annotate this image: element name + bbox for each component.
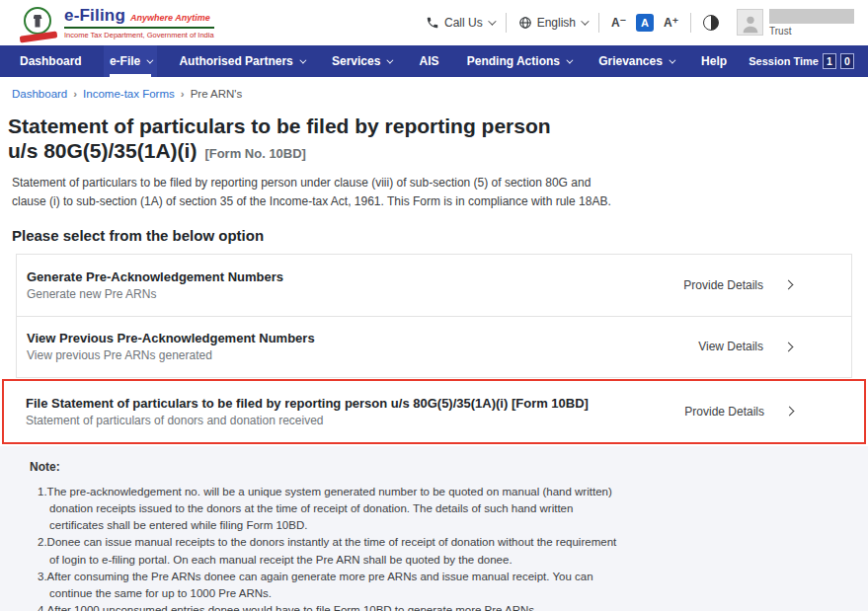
breadcrumb-dashboard[interactable]: Dashboard [12, 88, 83, 100]
note-item: Donee can issue manual receipts to the d… [49, 534, 624, 569]
top-header: e-Filing Anywhere Anytime Income Tax Dep… [0, 0, 868, 45]
action-label: Provide Details [683, 278, 763, 292]
call-us-label: Call Us [444, 16, 483, 30]
chevron-down-icon [387, 56, 394, 63]
chevron-down-icon [566, 56, 573, 63]
option-text: File Statement of particulars to be file… [26, 396, 589, 427]
page-title: Statement of particulars to be filed by … [8, 114, 856, 163]
note-item: After 1000 unconsumed entries donee woul… [49, 602, 624, 611]
nav-label: AIS [420, 54, 439, 68]
nav-item-help[interactable]: Help [695, 45, 733, 77]
form-number: [Form No. 10BD] [204, 146, 306, 162]
option-subtitle: View previous Pre ARNs generated [27, 348, 315, 362]
options-list: Generate Pre-Acknowledgement Numbers Gen… [16, 254, 852, 378]
page-title-line2: u/s 80G(5)/35(1A)(i) [8, 138, 197, 163]
nav-item-services[interactable]: Services [326, 45, 397, 77]
nav-label: Grievances [598, 54, 663, 68]
nav-item-ais[interactable]: AIS [414, 45, 445, 77]
option-subtitle: Statement of particulars of donors and d… [26, 414, 589, 427]
divider [690, 13, 691, 33]
logo-text: e-Filing Anywhere Anytime Income Tax Dep… [64, 6, 214, 39]
nav-label: Services [332, 54, 380, 68]
language-label: English [537, 16, 576, 30]
brand-name: e-Filing [64, 6, 125, 26]
main-nav: Dashboard e-File Authorised Partners Ser… [0, 45, 868, 77]
page-title-line1: Statement of particulars to be filed by … [8, 114, 856, 138]
globe-icon [518, 16, 532, 30]
call-us-dropdown[interactable]: Call Us [426, 16, 494, 30]
note-item: After consuming the Pre ARNs donee can a… [49, 569, 624, 603]
chevron-right-icon [785, 407, 795, 417]
option-generate-pre-arn[interactable]: Generate Pre-Acknowledgement Numbers Gen… [17, 255, 851, 316]
font-size-controls: A⁻ A A⁺ [611, 14, 678, 32]
provide-details-link[interactable]: Provide Details [683, 278, 792, 292]
divider [506, 13, 507, 33]
option-title: File Statement of particulars to be file… [26, 396, 589, 411]
page-description: Statement of particulars to be filed by … [8, 174, 625, 210]
note-list: The pre-acknowledgement no. will be a un… [30, 484, 868, 611]
chevron-right-icon [784, 280, 794, 290]
font-decrease-button[interactable]: A⁻ [611, 16, 626, 30]
user-profile[interactable]: Trust [737, 9, 854, 37]
note-section: Note: The pre-acknowledgement no. will b… [0, 446, 868, 611]
national-emblem-icon [24, 7, 55, 38]
avatar [737, 9, 763, 36]
font-default-button[interactable]: A [636, 14, 654, 32]
user-name-redacted [769, 9, 854, 24]
nav-item-pending-actions[interactable]: Pending Actions [461, 45, 577, 77]
select-option-heading: Please select from the below option [8, 227, 856, 244]
session-timer: Session Time 1 0 [749, 45, 854, 77]
brand-tagline: Anywhere Anytime [130, 13, 210, 23]
logo-subtitle: Income Tax Department, Government of Ind… [64, 31, 214, 39]
chevron-down-icon [581, 17, 589, 25]
content-area: Dashboard Income-tax Forms Pre ARN's Sta… [0, 77, 868, 446]
user-role: Trust [769, 26, 854, 37]
phone-icon [426, 16, 439, 30]
nav-item-dashboard[interactable]: Dashboard [14, 45, 88, 77]
chevron-down-icon [669, 56, 675, 63]
font-increase-button[interactable]: A⁺ [664, 16, 678, 30]
divider [598, 13, 599, 33]
language-dropdown[interactable]: English [518, 16, 587, 30]
session-digit: 0 [840, 53, 854, 69]
option-file-form-10bd[interactable]: File Statement of particulars to be file… [4, 381, 864, 442]
efiling-portal: e-Filing Anywhere Anytime Income Tax Dep… [0, 0, 868, 611]
chevron-down-icon [488, 17, 496, 25]
breadcrumb: Dashboard Income-tax Forms Pre ARN's [0, 77, 868, 104]
breadcrumb-income-tax-forms[interactable]: Income-tax Forms [83, 88, 191, 100]
session-digit: 1 [823, 53, 836, 69]
note-heading: Note: [30, 460, 868, 474]
chevron-down-icon [147, 56, 154, 63]
nav-item-grievances[interactable]: Grievances [592, 45, 679, 77]
option-title: View Previous Pre-Acknowledgement Number… [27, 331, 315, 345]
option-subtitle: Generate new Pre ARNs [27, 287, 283, 301]
highlight-annotation-box: File Statement of particulars to be file… [2, 379, 866, 444]
contrast-toggle-icon[interactable] [703, 15, 719, 31]
note-item: The pre-acknowledgement no. will be a un… [49, 484, 624, 535]
efiling-logo[interactable]: e-Filing Anywhere Anytime Income Tax Dep… [24, 6, 214, 39]
nav-label: Pending Actions [467, 54, 560, 68]
provide-details-link[interactable]: Provide Details [684, 405, 793, 419]
nav-label: Help [701, 54, 727, 68]
option-text: Generate Pre-Acknowledgement Numbers Gen… [27, 269, 283, 301]
option-text: View Previous Pre-Acknowledgement Number… [27, 331, 315, 362]
nav-label: Authorised Partners [179, 54, 292, 68]
chevron-right-icon [784, 342, 794, 351]
option-view-previous-pre-arn[interactable]: View Previous Pre-Acknowledgement Number… [17, 316, 851, 377]
chevron-down-icon [299, 56, 306, 63]
nav-label: e-File [110, 54, 140, 68]
action-label: View Details [698, 340, 763, 353]
nav-item-e-file[interactable]: e-File [104, 45, 157, 77]
header-actions: Call Us English A⁻ A A⁺ [426, 9, 854, 37]
view-details-link[interactable]: View Details [698, 340, 792, 353]
nav-item-authorised-partners[interactable]: Authorised Partners [173, 45, 309, 77]
nav-label: Dashboard [20, 54, 82, 68]
session-time-label: Session Time [749, 55, 819, 67]
action-label: Provide Details [684, 405, 764, 419]
breadcrumb-pre-arns: Pre ARN's [191, 88, 243, 100]
option-title: Generate Pre-Acknowledgement Numbers [27, 269, 283, 284]
user-meta: Trust [769, 9, 854, 37]
page-head: Statement of particulars to be filed by … [0, 104, 868, 244]
